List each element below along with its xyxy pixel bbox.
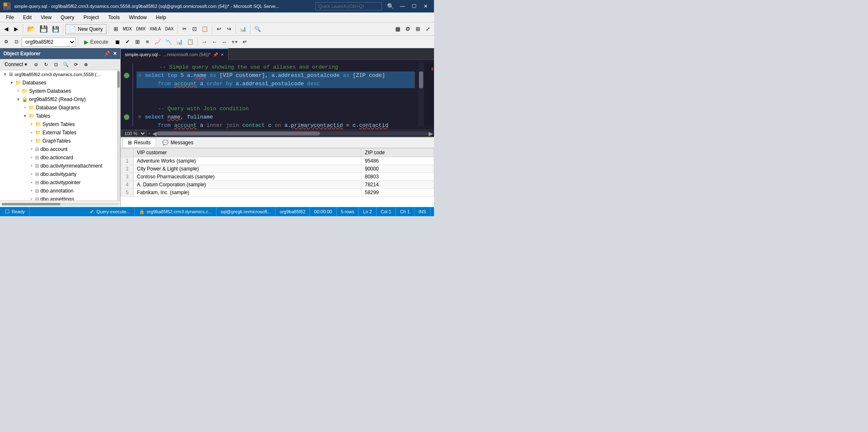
table-row[interactable]: 1 Adventure Works (sample) 95486 bbox=[121, 157, 434, 165]
dax-button[interactable]: DAX bbox=[164, 24, 176, 34]
tree-tables-folder[interactable]: ▼ 📁 Tables bbox=[0, 112, 120, 120]
outdent-button[interactable]: ← bbox=[210, 37, 219, 47]
back-button[interactable]: ◀ bbox=[2, 24, 11, 34]
object-explorer-tree[interactable]: ▼ 🖥 org9ba85f62.crm3.dynamics.com,5558 (… bbox=[0, 70, 120, 200]
layout-button2[interactable]: ⊞ bbox=[413, 24, 422, 34]
editor-vscrollbar[interactable] bbox=[418, 63, 424, 126]
indent-button[interactable]: → bbox=[200, 37, 209, 47]
statistics-button[interactable]: 📋 bbox=[185, 37, 195, 47]
comment-button[interactable]: -- bbox=[220, 37, 229, 47]
annotation-expand-icon[interactable]: + bbox=[28, 188, 35, 194]
menu-help[interactable]: Help bbox=[152, 13, 171, 22]
parse-button[interactable]: ✔ bbox=[123, 37, 132, 47]
apisettings-expand-icon[interactable]: + bbox=[28, 196, 35, 200]
results-tab-messages[interactable]: 💬 Messages bbox=[157, 138, 199, 147]
settings-button[interactable]: ⚙ bbox=[403, 24, 412, 34]
filter-oe-button[interactable]: ⊡ bbox=[52, 60, 60, 69]
client-stats-button[interactable]: 📊 bbox=[174, 37, 184, 47]
uncomment-button[interactable]: ++ bbox=[230, 37, 239, 47]
editor-lines[interactable]: -- Simple query showing the use of alias… bbox=[133, 63, 418, 126]
debug-button[interactable]: ⚙ bbox=[2, 37, 11, 47]
menu-edit[interactable]: Edit bbox=[19, 13, 36, 22]
sql-editor[interactable]: ⬤ ⬤ -- Simple query showing the use o bbox=[121, 60, 434, 130]
list-item[interactable]: + ⊞ dbo.annotation bbox=[0, 187, 120, 195]
scroll-right-button[interactable]: ▶ bbox=[429, 130, 433, 137]
zoom-select[interactable]: 100 % bbox=[122, 130, 146, 137]
dmx-button[interactable]: DMX bbox=[134, 24, 147, 34]
org-db-expand-icon[interactable]: ▼ bbox=[15, 96, 22, 103]
quick-launch-input[interactable] bbox=[315, 2, 382, 10]
open-file-button[interactable]: 📂 bbox=[25, 24, 37, 34]
list-item[interactable]: + ⊞ dbo.activityparty bbox=[0, 170, 120, 178]
paste-copy-button[interactable]: ⊡ bbox=[190, 24, 199, 34]
new-query-button[interactable]: 📄 New Query bbox=[65, 24, 107, 34]
connect-button[interactable]: Connect ▾ bbox=[2, 60, 30, 69]
activitypointer-expand-icon[interactable]: + bbox=[28, 179, 35, 186]
table-row[interactable]: 2 City Power & Light (sample) 90000 bbox=[121, 165, 434, 173]
server-expand-icon[interactable]: ▼ bbox=[2, 71, 8, 78]
scroll-left-button[interactable]: ◀ bbox=[152, 130, 157, 137]
activity-monitor-button[interactable]: 📊 bbox=[238, 24, 248, 34]
maximize-button[interactable]: ☐ bbox=[409, 2, 419, 10]
activityparty-expand-icon[interactable]: + bbox=[28, 171, 35, 178]
menu-query[interactable]: Query bbox=[57, 13, 79, 22]
sys-db-expand-icon[interactable]: + bbox=[15, 88, 22, 94]
tables-expand-icon[interactable]: ▼ bbox=[22, 113, 28, 119]
collapse-icon-1[interactable]: ⊟ bbox=[136, 72, 143, 80]
oe-hscrollbar[interactable] bbox=[0, 200, 120, 207]
tree-system-databases[interactable]: + 📁 System Databases bbox=[0, 87, 120, 95]
oe-vscrollbar[interactable] bbox=[117, 70, 120, 200]
clipboard-button[interactable]: 📋 bbox=[200, 24, 210, 34]
mdx-button[interactable]: MDX bbox=[121, 24, 134, 34]
tree-system-tables[interactable]: + 📁 System Tables bbox=[0, 120, 120, 128]
oe-close-icon[interactable]: ✕ bbox=[113, 51, 117, 57]
tree-external-tables[interactable]: + 📁 External Tables bbox=[0, 128, 120, 137]
tree-graph-tables[interactable]: + 📁 GraphTables bbox=[0, 137, 120, 145]
save-all-button[interactable]: 💾 bbox=[50, 24, 61, 34]
account-expand-icon[interactable]: + bbox=[28, 146, 35, 153]
copy-button[interactable]: ⊞ bbox=[111, 24, 120, 34]
filter-button[interactable]: 🔍 bbox=[253, 24, 263, 34]
menu-project[interactable]: Project bbox=[79, 13, 103, 22]
close-button[interactable]: ✕ bbox=[421, 2, 431, 10]
layout-button1[interactable]: ▦ bbox=[393, 24, 402, 34]
wordwrap-button[interactable]: ↵ bbox=[241, 37, 250, 47]
redo-button[interactable]: ↪ bbox=[224, 24, 233, 34]
tree-server-node[interactable]: ▼ 🖥 org9ba85f62.crm3.dynamics.com,5558 (… bbox=[0, 70, 120, 79]
estimated-plan-button[interactable]: 📉 bbox=[164, 37, 174, 47]
tree-db-diagrams[interactable]: + 📁 Database Diagrams bbox=[0, 104, 120, 112]
databases-expand-icon[interactable]: ▼ bbox=[8, 79, 15, 86]
filter2-button[interactable]: ⊡ bbox=[12, 37, 21, 47]
cut-button[interactable]: ✂ bbox=[180, 24, 189, 34]
table-row[interactable]: 3 Contoso Pharmaceuticals (sample) 80803 bbox=[121, 173, 434, 181]
stop-button[interactable]: ◼ bbox=[113, 37, 122, 47]
menu-file[interactable]: File bbox=[2, 13, 18, 22]
list-item[interactable]: + ⊞ dbo.apisettings bbox=[0, 195, 120, 200]
list-item[interactable]: + ⊞ dbo.activitypointer bbox=[0, 178, 120, 187]
tree-org-db[interactable]: ▼ 🔒 org9ba85f62 (Read-Only) bbox=[0, 95, 120, 104]
ext-tables-expand-icon[interactable]: + bbox=[28, 129, 35, 136]
actioncard-expand-icon[interactable]: + bbox=[28, 154, 35, 161]
list-item[interactable]: + ⊞ dbo.account bbox=[0, 145, 120, 153]
tree-databases-folder[interactable]: ▼ 📁 Databases bbox=[0, 79, 120, 87]
save-button[interactable]: 💾 bbox=[38, 24, 50, 34]
menu-tools[interactable]: Tools bbox=[104, 13, 124, 22]
editor-hscrollbar[interactable]: 100 % ▾ ◀ ▶ bbox=[121, 130, 434, 136]
results-tab-results[interactable]: ⊞ Results bbox=[122, 138, 156, 147]
results-to-grid-button[interactable]: ⊞ bbox=[133, 37, 142, 47]
stop-oe-button[interactable]: ⊗ bbox=[82, 60, 90, 69]
table-row[interactable]: 4 A. Datum Corporation (sample) 78214 bbox=[121, 181, 434, 189]
list-item[interactable]: + ⊞ dbo.actioncard bbox=[0, 153, 120, 162]
menu-window[interactable]: Window bbox=[125, 13, 151, 22]
forward-button[interactable]: ▶ bbox=[12, 24, 21, 34]
minimize-button[interactable]: — bbox=[397, 2, 407, 10]
pin-icon[interactable]: 📌 bbox=[104, 51, 110, 57]
xmla-button[interactable]: XMLA bbox=[148, 24, 163, 34]
filter-active-button[interactable]: 🔍 bbox=[62, 60, 70, 69]
database-select[interactable]: org9ba85f62 bbox=[22, 37, 76, 47]
expand-button[interactable]: ⤢ bbox=[423, 24, 432, 34]
undo-button[interactable]: ↩ bbox=[214, 24, 223, 34]
refresh2-button[interactable]: ⟳ bbox=[72, 60, 80, 69]
refresh-oe-button[interactable]: ↻ bbox=[42, 60, 50, 69]
menu-view[interactable]: View bbox=[37, 13, 56, 22]
